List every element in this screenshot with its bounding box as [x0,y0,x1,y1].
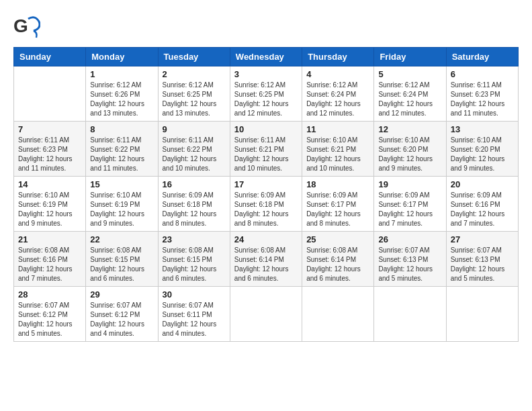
day-number: 3 [234,69,298,79]
day-number: 8 [90,124,153,134]
empty-cell [230,287,302,342]
calendar-day-cell: 21Sunrise: 6:08 AM Sunset: 6:16 PM Dayli… [14,232,86,287]
day-info: Sunrise: 6:12 AM Sunset: 6:26 PM Dayligh… [90,81,153,118]
calendar-day-cell: 26Sunrise: 6:07 AM Sunset: 6:13 PM Dayli… [374,232,446,287]
header-thursday: Thursday [302,48,374,66]
calendar-day-cell: 13Sunrise: 6:10 AM Sunset: 6:20 PM Dayli… [446,122,518,177]
calendar-week-row: 28Sunrise: 6:07 AM Sunset: 6:12 PM Dayli… [14,287,519,342]
day-number: 7 [18,124,81,134]
calendar-day-cell: 17Sunrise: 6:09 AM Sunset: 6:18 PM Dayli… [230,177,302,232]
day-number: 28 [18,289,81,300]
calendar-day-cell: 22Sunrise: 6:08 AM Sunset: 6:15 PM Dayli… [86,232,158,287]
day-number: 4 [306,69,369,79]
day-info: Sunrise: 6:10 AM Sunset: 6:20 PM Dayligh… [451,136,514,173]
day-info: Sunrise: 6:10 AM Sunset: 6:19 PM Dayligh… [18,191,81,228]
day-info: Sunrise: 6:12 AM Sunset: 6:24 PM Dayligh… [306,81,369,118]
day-number: 20 [451,179,514,189]
calendar-table: SundayMondayTuesdayWednesdayThursdayFrid… [13,47,519,342]
day-number: 9 [163,124,226,134]
day-number: 26 [378,234,441,244]
logo-icon: G [13,13,40,40]
page-header: G [13,13,519,40]
empty-cell [302,287,374,342]
day-number: 13 [451,124,514,134]
day-number: 19 [378,179,441,189]
calendar-day-cell: 4Sunrise: 6:12 AM Sunset: 6:24 PM Daylig… [302,66,374,122]
day-number: 15 [90,179,153,189]
calendar-day-cell: 8Sunrise: 6:11 AM Sunset: 6:22 PM Daylig… [86,122,158,177]
calendar-day-cell: 9Sunrise: 6:11 AM Sunset: 6:22 PM Daylig… [158,122,230,177]
calendar-day-cell: 16Sunrise: 6:09 AM Sunset: 6:18 PM Dayli… [158,177,230,232]
day-number: 11 [306,124,369,134]
calendar-day-cell: 25Sunrise: 6:08 AM Sunset: 6:14 PM Dayli… [302,232,374,287]
day-info: Sunrise: 6:11 AM Sunset: 6:22 PM Dayligh… [90,136,153,173]
calendar-day-cell: 20Sunrise: 6:09 AM Sunset: 6:16 PM Dayli… [446,177,518,232]
calendar-day-cell: 27Sunrise: 6:07 AM Sunset: 6:13 PM Dayli… [446,232,518,287]
day-number: 17 [234,179,298,189]
day-info: Sunrise: 6:08 AM Sunset: 6:14 PM Dayligh… [306,246,369,283]
header-monday: Monday [86,48,158,66]
day-number: 18 [306,179,369,189]
header-sunday: Sunday [14,48,86,66]
day-info: Sunrise: 6:07 AM Sunset: 6:11 PM Dayligh… [163,301,226,338]
day-info: Sunrise: 6:11 AM Sunset: 6:21 PM Dayligh… [234,136,298,173]
day-info: Sunrise: 6:12 AM Sunset: 6:25 PM Dayligh… [234,81,298,118]
calendar-day-cell: 5Sunrise: 6:12 AM Sunset: 6:24 PM Daylig… [374,66,446,122]
calendar-week-row: 7Sunrise: 6:11 AM Sunset: 6:23 PM Daylig… [14,122,519,177]
calendar-day-cell: 14Sunrise: 6:10 AM Sunset: 6:19 PM Dayli… [14,177,86,232]
day-info: Sunrise: 6:09 AM Sunset: 6:17 PM Dayligh… [306,191,369,228]
header-saturday: Saturday [446,48,518,66]
calendar-header-row: SundayMondayTuesdayWednesdayThursdayFrid… [14,48,519,66]
calendar-day-cell: 11Sunrise: 6:10 AM Sunset: 6:21 PM Dayli… [302,122,374,177]
day-info: Sunrise: 6:07 AM Sunset: 6:12 PM Dayligh… [90,301,153,338]
calendar-day-cell: 15Sunrise: 6:10 AM Sunset: 6:19 PM Dayli… [86,177,158,232]
day-info: Sunrise: 6:07 AM Sunset: 6:13 PM Dayligh… [378,246,441,283]
calendar-day-cell: 7Sunrise: 6:11 AM Sunset: 6:23 PM Daylig… [14,122,86,177]
header-tuesday: Tuesday [158,48,230,66]
day-number: 30 [163,289,226,300]
empty-cell [14,66,86,122]
svg-text:G: G [13,15,28,36]
logo: G [13,13,43,40]
day-info: Sunrise: 6:07 AM Sunset: 6:13 PM Dayligh… [451,246,514,283]
calendar-day-cell: 28Sunrise: 6:07 AM Sunset: 6:12 PM Dayli… [14,287,86,342]
day-number: 16 [163,179,226,189]
day-number: 22 [90,234,153,244]
calendar-day-cell: 1Sunrise: 6:12 AM Sunset: 6:26 PM Daylig… [86,66,158,122]
day-info: Sunrise: 6:08 AM Sunset: 6:16 PM Dayligh… [18,246,81,283]
day-number: 6 [451,69,514,79]
calendar-day-cell: 19Sunrise: 6:09 AM Sunset: 6:17 PM Dayli… [374,177,446,232]
day-info: Sunrise: 6:10 AM Sunset: 6:19 PM Dayligh… [90,191,153,228]
calendar-day-cell: 23Sunrise: 6:08 AM Sunset: 6:15 PM Dayli… [158,232,230,287]
day-info: Sunrise: 6:08 AM Sunset: 6:15 PM Dayligh… [163,246,226,283]
day-info: Sunrise: 6:10 AM Sunset: 6:20 PM Dayligh… [378,136,441,173]
day-info: Sunrise: 6:10 AM Sunset: 6:21 PM Dayligh… [306,136,369,173]
day-number: 25 [306,234,369,244]
day-info: Sunrise: 6:08 AM Sunset: 6:14 PM Dayligh… [234,246,298,283]
calendar-day-cell: 18Sunrise: 6:09 AM Sunset: 6:17 PM Dayli… [302,177,374,232]
calendar-week-row: 14Sunrise: 6:10 AM Sunset: 6:19 PM Dayli… [14,177,519,232]
header-wednesday: Wednesday [230,48,302,66]
calendar-day-cell: 29Sunrise: 6:07 AM Sunset: 6:12 PM Dayli… [86,287,158,342]
day-info: Sunrise: 6:11 AM Sunset: 6:22 PM Dayligh… [163,136,226,173]
day-info: Sunrise: 6:12 AM Sunset: 6:25 PM Dayligh… [163,81,226,118]
day-number: 27 [451,234,514,244]
day-number: 14 [18,179,81,189]
calendar-day-cell: 24Sunrise: 6:08 AM Sunset: 6:14 PM Dayli… [230,232,302,287]
calendar-day-cell: 12Sunrise: 6:10 AM Sunset: 6:20 PM Dayli… [374,122,446,177]
empty-cell [374,287,446,342]
calendar-day-cell: 6Sunrise: 6:11 AM Sunset: 6:23 PM Daylig… [446,66,518,122]
day-info: Sunrise: 6:09 AM Sunset: 6:18 PM Dayligh… [163,191,226,228]
day-info: Sunrise: 6:07 AM Sunset: 6:12 PM Dayligh… [18,301,81,338]
header-friday: Friday [374,48,446,66]
calendar-week-row: 1Sunrise: 6:12 AM Sunset: 6:26 PM Daylig… [14,66,519,122]
day-number: 29 [90,289,153,300]
day-info: Sunrise: 6:08 AM Sunset: 6:15 PM Dayligh… [90,246,153,283]
calendar-day-cell: 30Sunrise: 6:07 AM Sunset: 6:11 PM Dayli… [158,287,230,342]
day-info: Sunrise: 6:11 AM Sunset: 6:23 PM Dayligh… [18,136,81,173]
calendar-week-row: 21Sunrise: 6:08 AM Sunset: 6:16 PM Dayli… [14,232,519,287]
day-number: 10 [234,124,298,134]
day-info: Sunrise: 6:09 AM Sunset: 6:16 PM Dayligh… [451,191,514,228]
calendar-day-cell: 2Sunrise: 6:12 AM Sunset: 6:25 PM Daylig… [158,66,230,122]
day-number: 5 [378,69,441,79]
